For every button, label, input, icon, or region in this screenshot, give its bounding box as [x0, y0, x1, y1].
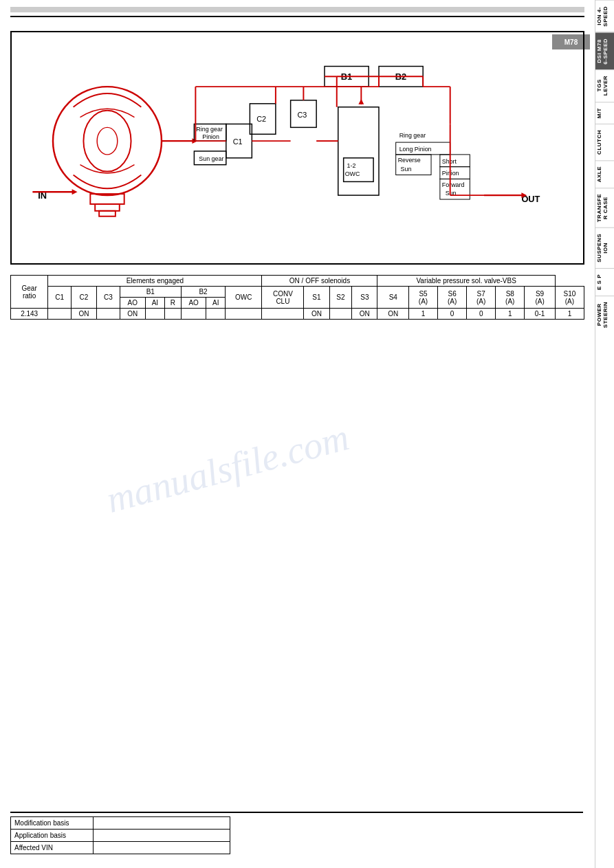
watermark: manualsfile.com — [102, 415, 353, 522]
svg-text:C1: C1 — [233, 137, 243, 146]
col-s1: S1 — [304, 287, 329, 309]
info-row-affected: Affected VIN — [11, 842, 230, 854]
cell-s3: ON — [352, 309, 377, 320]
svg-point-0 — [53, 87, 162, 195]
svg-point-1 — [83, 111, 131, 172]
right-sidebar: ION 4-SPEED DSI M786-SPEED TGSLEVER M/T … — [595, 0, 614, 868]
sidebar-tab-ion4[interactable]: ION 4-SPEED — [595, 0, 615, 32]
top-rule — [10, 16, 584, 17]
col-s9: S9 (A) — [525, 287, 556, 309]
col-owc: OWC — [226, 287, 262, 309]
sidebar-tab-esp[interactable]: E S P — [595, 268, 615, 296]
cell-gear-ratio: 2.143 — [11, 309, 48, 320]
application-basis-value — [93, 830, 230, 842]
cell-s10: 1 — [555, 309, 584, 320]
cell-s7: 0 — [467, 309, 496, 320]
sidebar-tab-suspension[interactable]: SUSPENSION — [595, 227, 615, 268]
cell-s1: ON — [304, 309, 329, 320]
cell-s9: 0-1 — [525, 309, 556, 320]
table-header-variable: Variable pressure sol. valve-VBS — [377, 276, 555, 287]
cell-b2-ao — [181, 309, 206, 320]
application-basis-label: Application basis — [11, 830, 94, 842]
svg-marker-8 — [72, 189, 78, 194]
svg-text:Reverse: Reverse — [398, 157, 421, 164]
gear-table: Gear ratio Elements engaged ON / OFF sol… — [10, 275, 584, 320]
cell-s5: 1 — [409, 309, 438, 320]
diagram-box: IN C1 Ring gear Pinion Sun gear C2 C3 — [10, 31, 584, 265]
sidebar-tab-mt[interactable]: M/T — [595, 102, 615, 124]
col-b1-ao: AO — [120, 298, 145, 309]
col-s10: S10 (A) — [555, 287, 584, 309]
col-b1-ai: AI — [145, 298, 164, 309]
svg-text:Ring gear: Ring gear — [399, 132, 426, 139]
cell-b1-ao: ON — [120, 309, 145, 320]
svg-text:Sun: Sun — [401, 166, 412, 173]
cell-s2 — [329, 309, 352, 320]
svg-point-2 — [97, 127, 118, 155]
col-s8: S8 (A) — [496, 287, 525, 309]
cell-conv — [262, 309, 304, 320]
col-s3: S3 — [352, 287, 377, 309]
svg-text:Ring gear: Ring gear — [196, 126, 223, 133]
col-b1: B1 — [120, 287, 181, 298]
main-content: IN C1 Ring gear Pinion Sun gear C2 C3 — [0, 0, 595, 326]
col-b1-r: R — [164, 298, 181, 309]
info-row-modification: Modification basis — [11, 817, 230, 830]
table-header-onoff: ON / OFF solenoids — [262, 276, 377, 287]
col-conv: CONV CLU — [262, 287, 304, 309]
cell-b1-ai — [145, 309, 164, 320]
svg-rect-4 — [95, 204, 120, 211]
top-bar — [10, 7, 584, 12]
col-c1: C1 — [48, 287, 72, 309]
cell-s8: 1 — [496, 309, 525, 320]
cell-c1 — [48, 309, 72, 320]
sidebar-tab-tgs[interactable]: TGSLEVER — [595, 69, 615, 101]
sidebar-tab-power[interactable]: POWERSTEERIN — [595, 296, 615, 333]
info-table: Modification basis Application basis Aff… — [10, 816, 230, 854]
modification-basis-value — [93, 817, 230, 830]
bottom-rule — [10, 812, 583, 813]
sidebar-tab-dsim78[interactable]: DSI M786-SPEED — [595, 32, 615, 70]
col-c3: C3 — [97, 287, 120, 309]
col-s7: S7 (A) — [467, 287, 496, 309]
svg-text:C3: C3 — [298, 111, 307, 119]
bottom-info: Modification basis Application basis Aff… — [10, 808, 583, 854]
cell-s4: ON — [377, 309, 409, 320]
sidebar-tab-axle[interactable]: AXLE — [595, 160, 615, 188]
col-s5: S5 (A) — [409, 287, 438, 309]
svg-text:Forward: Forward — [442, 181, 465, 188]
svg-text:Long Pinion: Long Pinion — [399, 146, 432, 153]
modification-basis-label: Modification basis — [11, 817, 94, 830]
svg-rect-5 — [99, 211, 116, 216]
col-b2: B2 — [181, 287, 225, 298]
transmission-diagram: IN C1 Ring gear Pinion Sun gear C2 C3 — [19, 39, 576, 256]
table-row: 2.143 ON ON ON ON ON 1 0 0 1 0-1 — [11, 309, 584, 320]
affected-vin-label: Affected VIN — [11, 842, 94, 854]
cell-b2-ai — [206, 309, 226, 320]
cell-c3 — [97, 309, 120, 320]
table-header-elements: Elements engaged — [48, 276, 262, 287]
sidebar-tab-clutch[interactable]: CLUTCH — [595, 124, 615, 160]
cell-owc — [226, 309, 262, 320]
svg-text:1-2: 1-2 — [347, 162, 356, 169]
col-s6: S6 (A) — [438, 287, 467, 309]
cell-s6: 0 — [438, 309, 467, 320]
sidebar-tab-transfer[interactable]: TRANSFER CASE — [595, 188, 615, 227]
info-row-application: Application basis — [11, 830, 230, 842]
svg-text:C2: C2 — [256, 115, 266, 123]
col-b2-ao: AO — [181, 298, 206, 309]
svg-text:Pinion: Pinion — [202, 133, 219, 140]
col-c2: C2 — [71, 287, 96, 309]
cell-b1-r — [164, 309, 181, 320]
col-s4: S4 — [377, 287, 409, 309]
table-header-gear-ratio: Gear ratio — [11, 276, 48, 309]
affected-vin-value — [93, 842, 230, 854]
col-b2-ai: AI — [206, 298, 226, 309]
svg-text:OWC: OWC — [345, 170, 360, 177]
svg-text:Sun gear: Sun gear — [199, 155, 223, 162]
cell-c2: ON — [71, 309, 96, 320]
col-s2: S2 — [329, 287, 352, 309]
